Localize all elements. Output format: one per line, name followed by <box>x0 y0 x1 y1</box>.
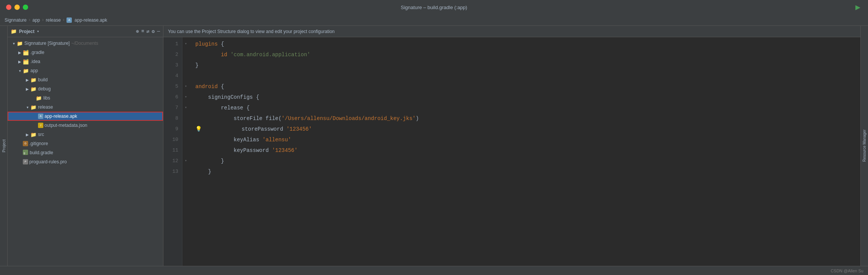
tree-item-app[interactable]: ▾ 📁 app <box>8 66 163 75</box>
code-line-2: id 'com.android.application' <box>195 49 860 60</box>
debug-name: debug <box>38 86 51 92</box>
apk-file-icon: A <box>67 17 72 23</box>
tree-item-buildgradle[interactable]: g build.gradle <box>8 148 163 157</box>
project-folder-icon: 📁 <box>11 28 17 35</box>
settings-icon[interactable]: ⚙ <box>152 28 155 35</box>
tree-item-release[interactable]: ▾ 📁 release <box>8 103 163 112</box>
app-folder-icon: 📁 <box>23 68 29 74</box>
bulb-icon[interactable]: 💡 <box>195 124 202 134</box>
tree-item-libs[interactable]: 📁 libs <box>8 93 163 103</box>
indent-2 <box>195 49 221 60</box>
tree-item-build[interactable]: ▶ 📁 build <box>8 75 163 84</box>
src-name: src <box>38 132 44 137</box>
fold-7[interactable]: ▾ <box>182 103 189 113</box>
kw-id: id <box>221 49 227 60</box>
breadcrumb-release[interactable]: release <box>46 17 60 23</box>
git-icon: G <box>23 141 28 146</box>
attribution: CSDN @Allen Su <box>831 269 863 273</box>
root-folder-icon: 📁 <box>17 41 23 46</box>
build-folder-icon: 📁 <box>30 77 36 83</box>
scope-icon[interactable]: ⊕ <box>136 28 139 35</box>
main-area: Project 📁 Project ▾ ⊕ ≡ ⇄ ⚙ — ▾ 📁 Signna… <box>0 26 868 266</box>
breadcrumb-sep-2: › <box>41 17 44 23</box>
code-line-13: } <box>195 166 860 177</box>
fold-gutter: ▾ ▾ ▾ ▾ ▾ <box>182 37 189 266</box>
project-label-text: Project <box>2 139 6 152</box>
bottom-bar: CSDN @Allen Su <box>0 266 868 275</box>
code-lines[interactable]: plugins { id 'com.android.application' } <box>189 37 860 266</box>
code-line-12: } <box>195 156 860 166</box>
resource-manager-panel[interactable]: Resource Manager <box>860 26 868 266</box>
root-name: Signnature [Signature] <box>24 41 70 46</box>
str-keypassword: '123456' <box>272 145 298 156</box>
apk-name: app-release.apk <box>44 114 77 119</box>
ln-8: 8 <box>175 113 178 124</box>
str-storefile: '/Users/allensu/Downloads/android_key.jk… <box>282 113 416 124</box>
ln-11: 11 <box>172 145 178 156</box>
code-line-10: keyAlias 'allensu' <box>195 134 860 145</box>
project-header-title: Project <box>19 29 35 34</box>
apk-icon: A <box>38 114 43 119</box>
file-tree: ▾ 📁 Signnature [Signature] ~/Documents ▶… <box>8 37 163 266</box>
plain-8b: ) <box>416 113 419 124</box>
gradle-name: .gradle <box>30 50 44 55</box>
breadcrumb-app[interactable]: app <box>32 17 40 23</box>
breadcrumb-file[interactable]: app-release.apk <box>74 17 107 23</box>
app-arrow: ▾ <box>17 69 23 73</box>
gradle-folder-icon: 🗂️ <box>23 50 29 55</box>
tree-item-apk[interactable]: A app-release.apk <box>8 112 163 121</box>
plain-7: release { <box>195 103 250 113</box>
ln-2: 2 <box>175 49 178 60</box>
metadata-name: output-metadata.json <box>44 123 87 128</box>
code-line-9: 💡 storePassword '123456' <box>195 124 860 134</box>
tree-item-metadata[interactable]: J output-metadata.json <box>8 121 163 130</box>
ln-6: 6 <box>175 92 178 103</box>
breadcrumb-root[interactable]: Signnature <box>5 17 27 23</box>
project-panel: 📁 Project ▾ ⊕ ≡ ⇄ ⚙ — ▾ 📁 Signnature [Si… <box>8 26 163 266</box>
tree-item-proguard[interactable]: P proguard-rules.pro <box>8 157 163 166</box>
collapse-icon[interactable]: ⇄ <box>147 28 150 35</box>
buildgradle-name: build.gradle <box>30 150 53 155</box>
run-icon[interactable]: ▶ <box>855 2 860 13</box>
fold-9 <box>182 124 189 134</box>
minimize-button[interactable] <box>14 5 20 10</box>
fold-12[interactable]: ▾ <box>182 156 189 166</box>
resource-manager-label: Resource Manager <box>862 130 866 162</box>
ln-12: 12 <box>172 156 178 166</box>
ln-1: 1 <box>175 39 178 49</box>
build-name: build <box>38 77 48 82</box>
libs-name: libs <box>43 95 50 101</box>
plain-11a: keyPassword <box>195 145 272 156</box>
project-panel-label[interactable]: Project <box>0 26 8 266</box>
breadcrumb-sep-1: › <box>28 17 31 23</box>
plain-9a: storePassword <box>203 124 286 134</box>
fold-1[interactable]: ▾ <box>182 39 189 49</box>
idea-name: .idea <box>30 59 40 64</box>
pro-icon: P <box>23 159 28 164</box>
ln-9: 9 <box>175 124 178 134</box>
plain-5: { <box>218 81 224 92</box>
tree-item-src[interactable]: ▶ 📁 src <box>8 130 163 139</box>
code-content[interactable]: 1 2 3 4 5 6 7 8 9 10 11 12 13 ▾ ▾ <box>163 37 860 266</box>
tree-item-gradle[interactable]: ▶ 🗂️ .gradle <box>8 48 163 57</box>
expand-icon[interactable]: ≡ <box>141 28 144 34</box>
minimize-panel-icon[interactable]: — <box>157 28 160 34</box>
tree-item-gitignore[interactable]: G .gitignore <box>8 139 163 148</box>
fold-8 <box>182 113 189 124</box>
tree-item-idea[interactable]: ▶ 🗂️ .idea <box>8 57 163 66</box>
project-dropdown-arrow[interactable]: ▾ <box>37 29 40 34</box>
tree-item-debug[interactable]: ▶ 📁 debug <box>8 84 163 93</box>
gradle-file-icon: g <box>23 150 28 156</box>
idea-folder-icon: 🗂️ <box>23 59 29 65</box>
close-button[interactable] <box>6 5 11 10</box>
tree-root[interactable]: ▾ 📁 Signnature [Signature] ~/Documents <box>8 39 163 48</box>
src-arrow: ▶ <box>24 133 30 137</box>
fold-6[interactable]: ▾ <box>182 92 189 103</box>
fold-5[interactable]: ▾ <box>182 81 189 92</box>
maximize-button[interactable] <box>23 5 28 10</box>
fold-10 <box>182 134 189 145</box>
str-com-android: 'com.android.application' <box>230 49 310 60</box>
src-folder-icon: 📁 <box>30 132 36 138</box>
build-arrow: ▶ <box>24 78 30 82</box>
release-arrow: ▾ <box>24 105 30 109</box>
